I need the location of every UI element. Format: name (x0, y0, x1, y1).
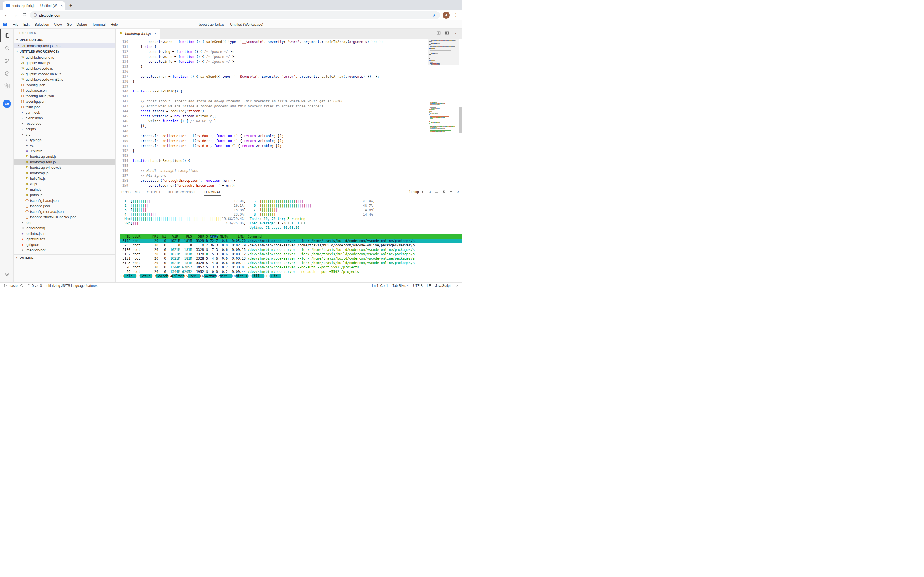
menu-view[interactable]: View (52, 21, 64, 27)
tree-item-bootstrap-fork.js[interactable]: JSbootstrap-fork.js (14, 159, 115, 164)
menu-terminal[interactable]: Terminal (89, 21, 108, 27)
tree-item-tsconfig.json[interactable]: {}tsconfig.json (14, 203, 115, 209)
coder-logo-icon[interactable]: ≡ (3, 23, 7, 26)
tree-item-.mention-bot[interactable]: ◆.mention-bot (14, 247, 115, 253)
tree-item-.eslintrc[interactable]: ●.eslintrc (14, 148, 115, 154)
explorer-icon[interactable] (0, 29, 14, 42)
problems-indicator[interactable]: 0 0 (27, 284, 42, 288)
tree-item-bootstrap-window.js[interactable]: JSbootstrap-window.js (14, 164, 115, 170)
eol-indicator[interactable]: LF (427, 284, 431, 288)
new-tab-button[interactable]: + (67, 2, 74, 9)
tree-item-cli.js[interactable]: JScli.js (14, 181, 115, 187)
close-tab-icon[interactable]: × (154, 32, 156, 35)
tree-item-.editorconfig[interactable]: .editorconfig (14, 225, 115, 231)
browser-tab[interactable]: ≡ bootstrap-fork.js — Untitled (W × (3, 2, 65, 10)
fkey-F9[interactable]: F9Kill (248, 274, 264, 278)
debug-icon[interactable] (0, 67, 14, 80)
encoding[interactable]: UTF-8 (413, 284, 423, 288)
tree-item-tsconfig.json[interactable]: {}tsconfig.json (14, 98, 115, 104)
open-editor-item[interactable]: × JS bootstrap-fork.js src (14, 43, 115, 48)
site-info-icon[interactable]: ⓘ (34, 13, 37, 18)
open-editors-header[interactable]: ▾ OPEN EDITORS (14, 37, 115, 43)
terminal-content[interactable]: 1 [||||||||| 17.8%] 5 [|||||||||||||||||… (116, 197, 462, 282)
cursor-position[interactable]: Ln 1, Col 1 (372, 284, 388, 288)
tree-item-bootstrap.js[interactable]: JSbootstrap.js (14, 170, 115, 176)
language-mode[interactable]: JavaScript (435, 284, 451, 288)
editor-layout-icon[interactable] (445, 31, 449, 36)
tree-item-gulpfile.vscode.linux.js[interactable]: JSgulpfile.vscode.linux.js (14, 71, 115, 77)
off-toggle[interactable]: Off (3, 100, 11, 108)
tree-item-.gitignore[interactable]: ◆.gitignore (14, 242, 115, 247)
fkey-F1[interactable]: F1Help (121, 274, 137, 278)
close-panel-icon[interactable]: × (456, 190, 459, 194)
editor-scrollbar[interactable] (458, 39, 462, 187)
minimap-slider[interactable] (428, 39, 458, 65)
menu-go[interactable]: Go (64, 21, 74, 27)
search-icon[interactable] (0, 42, 14, 55)
tree-item-gulpfile.mixin.js[interactable]: JSgulpfile.mixin.js (14, 60, 115, 66)
panel-tab-terminal[interactable]: TERMINAL (204, 188, 221, 196)
more-actions-icon[interactable]: ··· (453, 31, 458, 36)
scrollbar-thumb[interactable] (459, 106, 461, 133)
notifications-bell-icon[interactable] (455, 284, 458, 288)
tree-item-tsconfig.monaco.json[interactable]: {}tsconfig.monaco.json (14, 209, 115, 214)
terminal-picker[interactable]: 1: htop ▲▼ (406, 189, 425, 195)
fkey-F8[interactable]: F8Nice + (232, 274, 248, 278)
close-editor-icon[interactable]: × (16, 44, 20, 47)
tree-item-jsconfig.json[interactable]: {}jsconfig.json (14, 82, 115, 87)
panel-tab-output[interactable]: OUTPUT (146, 188, 161, 196)
split-terminal-icon[interactable] (435, 189, 439, 194)
tree-item-vs[interactable]: ▸vs (14, 143, 115, 148)
fkey-F4[interactable]: F4Filter (168, 274, 184, 278)
kill-terminal-icon[interactable] (442, 189, 446, 194)
back-icon[interactable]: ← (3, 13, 10, 18)
fkey-F2[interactable]: F2Setup (137, 274, 153, 278)
fkey-F7[interactable]: F7Nice - (216, 274, 232, 278)
tree-item-scripts[interactable]: ▸scripts (14, 126, 115, 132)
settings-gear-icon[interactable] (4, 272, 10, 279)
tree-item-gulpfile.vscode.js[interactable]: JSgulpfile.vscode.js (14, 66, 115, 71)
fkey-F6[interactable]: F6SortBy (200, 274, 216, 278)
outline-header[interactable]: ▸ OUTLINE (14, 255, 115, 260)
address-bar[interactable]: ⓘ ide.coder.com ★ (30, 11, 440, 19)
new-terminal-icon[interactable]: + (429, 190, 431, 194)
maximize-panel-icon[interactable] (449, 189, 453, 194)
panel-tab-problems[interactable]: PROBLEMS (121, 188, 140, 196)
tree-item-bootstrap-amd.js[interactable]: JSbootstrap-amd.js (14, 154, 115, 159)
tree-item-tsconfig.strictNullChecks.json[interactable]: {}tsconfig.strictNullChecks.json (14, 214, 115, 220)
editor-tab[interactable]: JS bootstrap-fork.js × (116, 29, 159, 39)
extensions-icon[interactable] (0, 80, 14, 92)
forward-icon[interactable]: → (12, 13, 18, 18)
tree-item-test[interactable]: ▸test (14, 220, 115, 225)
menu-help[interactable]: Help (108, 21, 121, 27)
tree-item-yarn.lock[interactable]: yarn.lock (14, 110, 115, 115)
menu-file[interactable]: File (10, 21, 21, 27)
bookmark-star-icon[interactable]: ★ (432, 13, 436, 18)
menu-edit[interactable]: Edit (21, 21, 32, 27)
menu-debug[interactable]: Debug (74, 21, 89, 27)
minimap[interactable] (428, 39, 458, 187)
tree-item-typings[interactable]: ▸typings (14, 137, 115, 143)
tree-item-.gitattributes[interactable]: ◆.gitattributes (14, 236, 115, 242)
menu-selection[interactable]: Selection (32, 21, 51, 27)
split-editor-icon[interactable] (437, 31, 441, 36)
branch-indicator[interactable]: master (4, 284, 23, 288)
browser-avatar[interactable]: J (443, 11, 450, 19)
fkey-F5[interactable]: F5Tree (184, 274, 200, 278)
source-control-icon[interactable] (0, 55, 14, 67)
tree-item-tslint.json[interactable]: {}tslint.json (14, 104, 115, 110)
tree-item-.eslintrc.json[interactable]: ●.eslintrc.json (14, 231, 115, 236)
browser-menu-icon[interactable]: ⋮ (453, 13, 459, 18)
panel-tab-debug-console[interactable]: DEBUG CONSOLE (167, 188, 197, 196)
tree-item-buildfile.js[interactable]: JSbuildfile.js (14, 176, 115, 181)
reload-icon[interactable] (21, 13, 27, 18)
tree-item-gulpfile.vscode.win32.js[interactable]: JSgulpfile.vscode.win32.js (14, 77, 115, 82)
fkey-F3[interactable]: F3Search (153, 274, 168, 278)
tree-item-package.json[interactable]: {}package.json (14, 87, 115, 93)
tree-item-tsconfig.build.json[interactable]: {}tsconfig.build.json (14, 93, 115, 98)
tree-item-src[interactable]: ▾src (14, 132, 115, 137)
tab-close-icon[interactable]: × (61, 3, 63, 8)
indentation[interactable]: Tab Size: 4 (392, 284, 409, 288)
tree-item-gulpfile.hygiene.js[interactable]: JSgulpfile.hygiene.js (14, 55, 115, 60)
workspace-header[interactable]: ▾ UNTITLED (WORKSPACE) (14, 48, 115, 55)
